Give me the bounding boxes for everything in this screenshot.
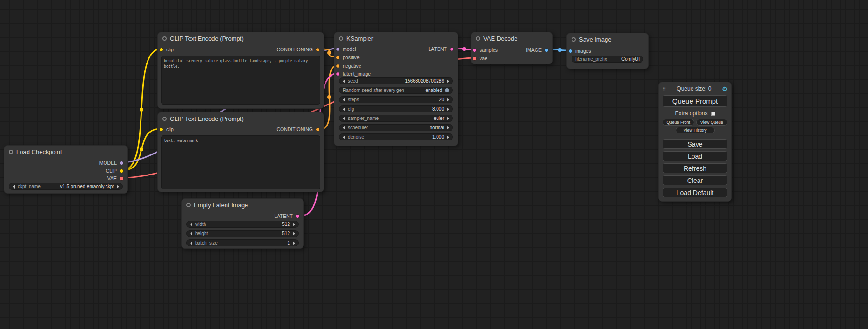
queue-prompt-button[interactable]: Queue Prompt bbox=[663, 95, 727, 107]
output-port-conditioning[interactable]: CONDITIONING bbox=[276, 127, 320, 132]
collapse-dot-icon[interactable] bbox=[572, 37, 576, 42]
queue-front-button[interactable]: Queue Front bbox=[663, 119, 694, 126]
next-value-arrow-icon[interactable] bbox=[293, 241, 295, 245]
collapse-dot-icon[interactable] bbox=[9, 150, 13, 154]
latent-port-dot[interactable] bbox=[296, 214, 300, 218]
conditioning-port-dot[interactable] bbox=[316, 127, 320, 132]
next-value-arrow-icon[interactable] bbox=[447, 79, 449, 83]
clip-port-dot[interactable] bbox=[120, 169, 124, 173]
load-default-button[interactable]: Load Default bbox=[663, 188, 727, 197]
model-port-dot[interactable] bbox=[336, 47, 340, 51]
view-history-button[interactable]: View History bbox=[676, 127, 715, 133]
conditioning-port-dot[interactable] bbox=[336, 64, 340, 68]
input-port-model[interactable]: model bbox=[336, 47, 356, 51]
image-port-dot[interactable] bbox=[568, 49, 572, 53]
clip-port-dot[interactable] bbox=[159, 127, 163, 132]
widget-steps[interactable]: steps 20 bbox=[339, 96, 453, 103]
widget-width[interactable]: width 512 bbox=[186, 221, 299, 228]
image-port-dot[interactable] bbox=[544, 48, 549, 52]
node-title-bar[interactable]: CLIP Text Encode (Prompt) bbox=[158, 32, 324, 44]
widget-sampler-name[interactable]: sampler_name euler bbox=[339, 115, 453, 122]
output-port-model[interactable]: MODEL bbox=[99, 161, 124, 165]
node-load-checkpoint[interactable]: Load Checkpoint MODEL CLIP VAE ckpt_name… bbox=[4, 145, 128, 194]
next-value-arrow-icon[interactable] bbox=[447, 107, 449, 111]
prompt-textarea[interactable]: beautiful scenery nature glass bottle la… bbox=[161, 56, 320, 105]
next-value-arrow-icon[interactable] bbox=[293, 232, 295, 236]
node-title-bar[interactable]: Save Image bbox=[567, 33, 648, 45]
load-button[interactable]: Load bbox=[663, 151, 727, 161]
refresh-button[interactable]: Refresh bbox=[663, 163, 727, 173]
prompt-textarea[interactable]: text, watermark bbox=[161, 135, 320, 189]
prev-value-arrow-icon[interactable] bbox=[13, 185, 15, 189]
widget-denoise[interactable]: denoise 1.000 bbox=[339, 133, 453, 140]
view-queue-button[interactable]: View Queue bbox=[696, 119, 728, 126]
node-ksampler[interactable]: KSampler model positive negative latent_… bbox=[334, 32, 458, 146]
conditioning-port-dot[interactable] bbox=[316, 48, 320, 52]
node-title-bar[interactable]: Load Checkpoint bbox=[4, 146, 127, 158]
next-value-arrow-icon[interactable] bbox=[447, 126, 449, 130]
node-title-bar[interactable]: CLIP Text Encode (Prompt) bbox=[158, 112, 324, 125]
input-port-negative[interactable]: negative bbox=[336, 63, 361, 68]
clip-port-dot[interactable] bbox=[159, 48, 163, 52]
widget-batch-size[interactable]: batch_size 1 bbox=[186, 239, 299, 246]
prev-value-arrow-icon[interactable] bbox=[190, 223, 192, 226]
widget-height[interactable]: height 512 bbox=[186, 230, 299, 237]
input-port-clip[interactable]: clip bbox=[159, 47, 174, 52]
collapse-dot-icon[interactable] bbox=[162, 117, 167, 121]
widget-random-seed-toggle[interactable]: Random seed after every gen enabled bbox=[339, 87, 453, 94]
next-value-arrow-icon[interactable] bbox=[447, 117, 449, 120]
prev-value-arrow-icon[interactable] bbox=[343, 126, 345, 130]
output-port-latent[interactable]: LATENT bbox=[275, 214, 300, 218]
prev-value-arrow-icon[interactable] bbox=[190, 232, 192, 236]
widget-seed[interactable]: seed 156680208700286 bbox=[339, 77, 453, 84]
widget-scheduler[interactable]: scheduler normal bbox=[339, 124, 453, 131]
input-port-latent-image[interactable]: latent_image bbox=[336, 71, 371, 76]
node-graph-canvas[interactable]: Load Checkpoint MODEL CLIP VAE ckpt_name… bbox=[0, 0, 868, 329]
next-value-arrow-icon[interactable] bbox=[117, 185, 119, 189]
input-port-samples[interactable]: samples bbox=[473, 48, 498, 52]
collapse-dot-icon[interactable] bbox=[476, 36, 480, 41]
next-value-arrow-icon[interactable] bbox=[447, 135, 449, 139]
latent-port-dot[interactable] bbox=[450, 47, 454, 51]
prev-value-arrow-icon[interactable] bbox=[343, 135, 345, 139]
prev-value-arrow-icon[interactable] bbox=[343, 117, 345, 120]
collapse-dot-icon[interactable] bbox=[162, 36, 167, 41]
node-vae-decode[interactable]: VAE Decode samples vae IMAGE bbox=[471, 32, 553, 64]
latent-port-dot[interactable] bbox=[336, 72, 340, 76]
widget-ckpt-name[interactable]: ckpt_name v1-5-pruned-emaonly.ckpt bbox=[9, 183, 123, 190]
output-port-vae[interactable]: VAE bbox=[107, 176, 124, 181]
input-port-positive[interactable]: positive bbox=[336, 55, 360, 60]
clear-button[interactable]: Clear bbox=[663, 175, 727, 185]
node-title-bar[interactable]: KSampler bbox=[334, 32, 458, 44]
prev-value-arrow-icon[interactable] bbox=[343, 98, 345, 102]
vae-port-dot[interactable] bbox=[120, 176, 124, 181]
output-port-image[interactable]: IMAGE bbox=[526, 48, 549, 52]
node-title-bar[interactable]: VAE Decode bbox=[471, 32, 552, 44]
drag-handle-icon[interactable]: ⣿ bbox=[663, 86, 666, 91]
collapse-dot-icon[interactable] bbox=[339, 36, 343, 41]
node-title-bar[interactable]: Empty Latent Image bbox=[182, 199, 303, 211]
prev-value-arrow-icon[interactable] bbox=[190, 241, 192, 245]
extra-options-checkbox[interactable] bbox=[711, 112, 715, 116]
vae-port-dot[interactable] bbox=[473, 56, 477, 61]
gear-icon[interactable]: ⚙ bbox=[722, 86, 727, 92]
input-port-clip[interactable]: clip bbox=[159, 127, 174, 132]
conditioning-port-dot[interactable] bbox=[336, 56, 340, 60]
next-value-arrow-icon[interactable] bbox=[447, 98, 449, 102]
widget-filename-prefix[interactable]: filename_prefix ComfyUI bbox=[572, 56, 643, 63]
output-port-clip[interactable]: CLIP bbox=[106, 168, 124, 173]
node-clip-text-encode-positive[interactable]: CLIP Text Encode (Prompt) clip CONDITION… bbox=[157, 32, 324, 109]
collapse-dot-icon[interactable] bbox=[186, 203, 191, 207]
toggle-knob-icon[interactable] bbox=[445, 88, 449, 92]
node-save-image[interactable]: Save Image images filename_prefix ComfyU… bbox=[566, 33, 649, 69]
prev-value-arrow-icon[interactable] bbox=[343, 107, 345, 111]
output-port-conditioning[interactable]: CONDITIONING bbox=[276, 47, 320, 52]
input-port-vae[interactable]: vae bbox=[473, 56, 487, 61]
input-port-images[interactable]: images bbox=[568, 49, 591, 53]
node-empty-latent-image[interactable]: Empty Latent Image LATENT width 512 heig… bbox=[181, 198, 304, 249]
prev-value-arrow-icon[interactable] bbox=[343, 79, 345, 83]
model-port-dot[interactable] bbox=[120, 161, 124, 165]
widget-cfg[interactable]: cfg 8.000 bbox=[339, 105, 453, 112]
node-clip-text-encode-negative[interactable]: CLIP Text Encode (Prompt) clip CONDITION… bbox=[157, 112, 324, 192]
next-value-arrow-icon[interactable] bbox=[293, 223, 295, 226]
